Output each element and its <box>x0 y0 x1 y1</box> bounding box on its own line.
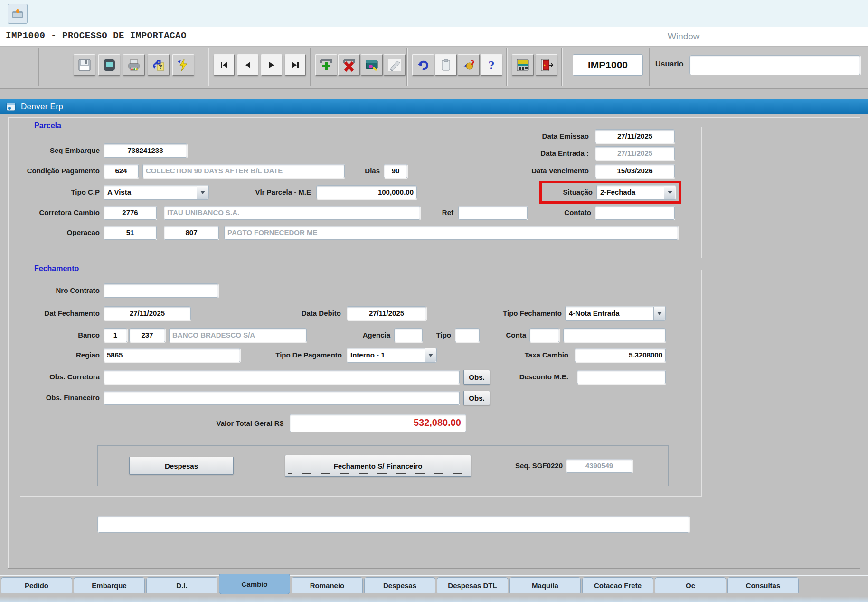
conta-field-2[interactable] <box>563 328 666 342</box>
paste-button[interactable] <box>435 54 457 76</box>
data-vencimento-field[interactable]: 15/03/2026 <box>595 164 675 178</box>
agencia-label: Agencia <box>342 328 390 342</box>
calculator-icon <box>516 58 530 72</box>
app-launcher-button[interactable] <box>8 4 28 24</box>
obs-corretora-button[interactable]: Obs. <box>463 370 490 385</box>
save-icon <box>77 58 92 72</box>
next-record-icon <box>266 60 277 70</box>
tab-despesas-dtl[interactable]: Despesas DTL <box>437 577 508 594</box>
toolbar-separator <box>208 48 208 86</box>
tab-oc[interactable]: Oc <box>655 577 726 594</box>
dat-fechamento-field[interactable]: 27/11/2025 <box>104 306 191 320</box>
tab-romaneio[interactable]: Romaneio <box>292 577 363 594</box>
save-button[interactable] <box>74 54 95 76</box>
condicao-pagamento-code-field[interactable]: 624 <box>104 164 139 178</box>
regiao-field[interactable]: 5865 <box>104 348 240 362</box>
contato-field[interactable] <box>595 206 675 220</box>
tipo-pagamento-dropdown[interactable]: Interno - 1 <box>347 348 437 363</box>
dias-field[interactable]: 90 <box>384 164 407 178</box>
banco-code1-field[interactable]: 1 <box>104 328 127 342</box>
ref-field[interactable] <box>458 206 528 220</box>
calculator-button[interactable] <box>512 54 534 76</box>
menu-window[interactable]: Window <box>668 31 700 42</box>
first-record-icon <box>219 60 229 70</box>
exit-icon <box>539 58 554 72</box>
add-record-icon <box>319 58 333 72</box>
agencia-field[interactable] <box>394 328 423 342</box>
taxa-cambio-field[interactable]: 5.3208000 <box>575 348 666 362</box>
banco-code2-field[interactable]: 237 <box>129 328 165 342</box>
vlr-parcela-field[interactable]: 100,000.00 <box>316 185 417 199</box>
dias-label: Dias <box>354 164 380 178</box>
seq-embarque-field[interactable]: 738241233 <box>104 143 187 158</box>
operacao-code2-field[interactable]: 807 <box>164 226 219 240</box>
tab-despesas[interactable]: Despesas <box>364 577 435 594</box>
tab-maquila[interactable]: Maquila <box>509 577 581 594</box>
last-record-button[interactable] <box>285 54 306 76</box>
conta-field-1[interactable] <box>529 328 559 342</box>
toolbar-separator <box>310 48 311 86</box>
add-record-button[interactable] <box>315 54 337 76</box>
obs-corretora-label: Obs. Corretora <box>13 370 100 384</box>
first-record-button[interactable] <box>214 54 235 76</box>
operacao-code1-field[interactable]: 51 <box>104 226 157 240</box>
situacao-dropdown[interactable]: 2-Fechada <box>596 185 676 200</box>
data-emissao-label: Data Emissao <box>494 129 589 143</box>
next-record-button[interactable] <box>261 54 282 76</box>
corretora-cambio-code-field[interactable]: 2776 <box>104 206 157 220</box>
run-button[interactable] <box>172 54 194 76</box>
fechamento-financeiro-button[interactable]: Fechamento S/ Financeiro <box>285 455 471 477</box>
window-title: IMP1000 - PROCESSO DE IMPORTACAO <box>6 30 187 41</box>
screen-button[interactable] <box>98 54 120 76</box>
query-button[interactable] <box>361 54 383 76</box>
toolbar-separator <box>506 48 507 86</box>
dat-fechamento-label: Dat Fechamento <box>13 306 100 320</box>
data-entrada-label: Data Entrada : <box>489 146 589 160</box>
despesas-button[interactable]: Despesas <box>129 457 234 475</box>
tab-embarque[interactable]: Embarque <box>74 577 145 594</box>
obs-financeiro-button[interactable]: Obs. <box>463 391 490 405</box>
conta-label: Conta <box>494 328 526 342</box>
print-button[interactable] <box>123 54 145 76</box>
corretora-cambio-desc-field: ITAU UNIBANCO S.A. <box>164 206 420 220</box>
screen-icon <box>102 58 116 72</box>
data-emissao-field[interactable]: 27/11/2025 <box>595 129 675 143</box>
last-record-icon <box>290 60 301 70</box>
chevron-down-icon <box>197 186 208 199</box>
obs-corretora-field[interactable] <box>104 370 460 384</box>
tab-pedido[interactable]: Pedido <box>1 577 72 594</box>
nro-contrato-field[interactable] <box>104 283 218 298</box>
paste-icon <box>439 58 453 72</box>
help-button[interactable]: ? <box>481 54 502 76</box>
tipo-fechamento-label: Tipo Fechamento <box>475 306 562 320</box>
seq-sgf0220-field: 4390549 <box>566 459 632 473</box>
context-help-button[interactable]: ? <box>148 54 170 76</box>
tipo-cp-dropdown[interactable]: A Vista <box>104 185 209 200</box>
clear-button[interactable] <box>384 54 406 76</box>
data-debito-field[interactable]: 27/11/2025 <box>347 306 426 320</box>
exit-button[interactable] <box>536 54 557 76</box>
tab-bar: Pedido Embarque D.I. Cambio Romaneio Des… <box>0 575 868 593</box>
data-vencimento-label: Data Vencimento <box>494 164 589 178</box>
obs-financeiro-field[interactable] <box>104 391 460 405</box>
usuario-input[interactable] <box>689 55 860 75</box>
tab-cotacao-frete[interactable]: Cotacao Frete <box>582 577 653 594</box>
tab-cambio[interactable]: Cambio <box>219 574 290 594</box>
toolbar-separator <box>649 48 650 86</box>
desconto-me-field[interactable] <box>577 370 666 384</box>
tipo-fechamento-value: 4-Nota Entrada <box>569 309 620 317</box>
tab-consultas[interactable]: Consultas <box>727 577 799 594</box>
tipo-cp-value: A Vista <box>107 188 131 196</box>
previous-record-button[interactable] <box>237 54 258 76</box>
coin-hand-button[interactable] <box>458 54 480 76</box>
tipo-fechamento-dropdown[interactable]: 4-Nota Entrada <box>565 306 666 321</box>
undo-button[interactable] <box>412 54 434 76</box>
delete-record-button[interactable] <box>338 54 360 76</box>
window-top-strip <box>0 0 868 27</box>
delete-record-icon <box>342 58 356 72</box>
tipo-field[interactable] <box>455 328 480 342</box>
condicao-pagamento-desc-field: COLLECTION 90 DAYS AFTER B/L DATE <box>142 164 345 178</box>
operacao-label: Operacao <box>28 226 100 240</box>
tab-di[interactable]: D.I. <box>146 577 217 594</box>
app-title-bar: Denver Erp <box>0 99 868 114</box>
